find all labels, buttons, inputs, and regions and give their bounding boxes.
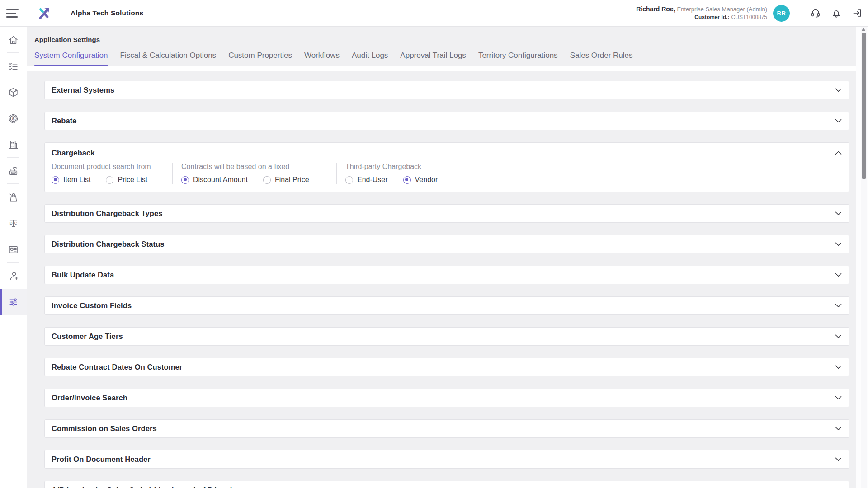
user-info[interactable]: Richard Roe,Enterprise Sales Manager (Ad… <box>636 5 767 21</box>
main-content: Application Settings System Configuratio… <box>27 27 856 488</box>
sidebar-item-companies[interactable] <box>0 131 27 158</box>
panel-header[interactable]: Chargeback <box>52 149 842 157</box>
accordion-panel-a-r-invoice-or-sales-order-line-items-in-ap-invoice[interactable]: A/R Invoice (or Sales Order) Line Items … <box>44 481 849 488</box>
vertical-scrollbar[interactable] <box>861 26 867 488</box>
panel-title: Commission on Sales Orders <box>52 424 157 433</box>
panel-title: Chargeback <box>52 149 94 157</box>
customer-id-value: CUST1000875 <box>731 14 767 20</box>
accordion-panel-invoice-custom-fields[interactable]: Invoice Custom Fields <box>44 296 849 315</box>
package-icon <box>8 87 19 98</box>
chevron-down-icon[interactable] <box>835 457 842 461</box>
radio-option-end-user[interactable]: End-User <box>345 176 388 184</box>
tab-audit-logs[interactable]: Audit Logs <box>352 51 388 66</box>
accordion-panel-order-invoice-search[interactable]: Order/Invoice Search <box>44 389 849 407</box>
radio-selected-icon[interactable] <box>403 176 411 184</box>
customer-id-label: Customer Id.: <box>694 14 729 20</box>
tab-system-configuration[interactable]: System Configuration <box>34 51 108 66</box>
radio-options-row: Item ListPrice List <box>52 176 172 184</box>
svg-text:C: C <box>14 221 17 225</box>
user-name: Richard Roe, <box>636 5 675 13</box>
accordion-panel-distribution-chargeback-types[interactable]: Distribution Chargeback Types <box>44 204 849 223</box>
chevron-down-icon[interactable] <box>835 304 842 308</box>
radio-group-2: Contracts will be based on a fixedDiscou… <box>181 163 336 184</box>
radio-group-label: Third-party Chargeback <box>345 163 842 171</box>
sidebar-item-add-user[interactable] <box>0 263 27 289</box>
accordion-list: External SystemsRebateChargebackDocument… <box>44 81 849 488</box>
radio-selected-icon[interactable] <box>181 176 189 184</box>
chevron-down-icon[interactable] <box>835 365 842 369</box>
accordion-panel-commission-on-sales-orders[interactable]: Commission on Sales Orders <box>44 419 849 438</box>
svg-text:$: $ <box>12 116 15 121</box>
accordion-panel-chargeback[interactable]: ChargebackDocument product search fromIt… <box>44 142 849 192</box>
tab-territory-configurations[interactable]: Territory Configurations <box>478 51 558 66</box>
notifications-bell-icon[interactable] <box>831 8 842 19</box>
scrollbar-thumb[interactable] <box>862 33 866 179</box>
tab-approval-trail-logs[interactable]: Approval Trail Logs <box>400 51 466 66</box>
sidebar-item-reports[interactable] <box>0 236 27 263</box>
sidebar-item-pricing[interactable]: $ <box>0 105 27 131</box>
radio-option-price-list[interactable]: Price List <box>106 176 147 184</box>
panel-title: Invoice Custom Fields <box>52 301 132 310</box>
sidebar-item-settings[interactable] <box>0 289 27 315</box>
group-divider <box>172 163 173 184</box>
radio-option-item-list[interactable]: Item List <box>52 176 90 184</box>
radio-unselected-icon[interactable] <box>345 176 353 184</box>
accordion-panel-customer-age-tiers[interactable]: Customer Age Tiers <box>44 327 849 346</box>
accordion-panel-bulk-update-data[interactable]: Bulk Update Data <box>44 266 849 284</box>
radio-selected-icon[interactable] <box>52 176 59 184</box>
accordion-panel-external-systems[interactable]: External Systems <box>44 81 849 99</box>
tab-sales-order-rules[interactable]: Sales Order Rules <box>570 51 633 66</box>
app-logo[interactable] <box>27 0 61 26</box>
sidebar-item-products[interactable] <box>0 79 27 105</box>
chevron-down-icon[interactable] <box>835 211 842 216</box>
avatar[interactable]: RR <box>773 5 790 22</box>
radio-unselected-icon[interactable] <box>106 176 113 184</box>
logout-icon[interactable] <box>852 8 863 19</box>
chevron-down-icon[interactable] <box>835 427 842 431</box>
tab-fiscal-calculation-options[interactable]: Fiscal & Calculation Options <box>120 51 217 66</box>
radio-options-row: End-UserVendor <box>345 176 842 184</box>
checklist-icon <box>8 61 19 72</box>
chevron-down-icon[interactable] <box>835 242 842 246</box>
app-title: Alpha Tech Solutions <box>71 9 143 17</box>
sidebar-item-tasks[interactable] <box>0 53 27 79</box>
chevron-down-icon[interactable] <box>835 273 842 277</box>
chevron-down-icon[interactable] <box>835 396 842 400</box>
chevron-down-icon[interactable] <box>835 119 842 123</box>
sidebar-item-home[interactable] <box>0 27 27 53</box>
sidebar-item-sales[interactable] <box>0 158 27 184</box>
support-headset-icon[interactable] <box>810 8 821 19</box>
top-header: Alpha Tech Solutions Richard Roe,Enterpr… <box>0 0 868 27</box>
chevron-up-icon[interactable] <box>835 151 842 155</box>
user-plus-icon <box>8 270 19 282</box>
accordion-panel-rebate-contract-dates-on-customer[interactable]: Rebate Contract Dates On Customer <box>44 358 849 376</box>
sidebar-item-purchases[interactable] <box>0 184 27 210</box>
radio-group-label: Document product search from <box>52 163 172 171</box>
sidebar-item-accounting[interactable]: DC <box>0 210 27 236</box>
chevron-down-icon[interactable] <box>835 334 842 338</box>
radio-option-label: Vendor <box>415 176 438 184</box>
radio-group-1: Document product search fromItem ListPri… <box>52 163 172 184</box>
radio-options-row: Discount AmountFinal Price <box>181 176 336 184</box>
sliders-icon <box>8 296 19 308</box>
chevron-down-icon[interactable] <box>835 88 842 92</box>
group-divider <box>336 163 337 184</box>
scroll-up-arrow-icon[interactable] <box>862 28 865 31</box>
tab-workflows[interactable]: Workflows <box>304 51 340 66</box>
accordion-panel-distribution-chargeback-status[interactable]: Distribution Chargeback Status <box>44 235 849 253</box>
tab-custom-properties[interactable]: Custom Properties <box>228 51 292 66</box>
radio-option-vendor[interactable]: Vendor <box>403 176 438 184</box>
radio-option-label: Discount Amount <box>193 176 248 184</box>
panel-title: Order/Invoice Search <box>52 394 127 402</box>
cash-register-icon <box>8 165 19 177</box>
radio-option-label: End-User <box>357 176 388 184</box>
radio-option-final-price[interactable]: Final Price <box>263 176 309 184</box>
accordion-panel-profit-on-document-header[interactable]: Profit On Document Header <box>44 450 849 469</box>
hamburger-menu-icon[interactable] <box>0 0 27 26</box>
panel-title: Distribution Chargeback Types <box>52 209 163 218</box>
radio-option-label: Final Price <box>275 176 309 184</box>
radio-option-discount-amount[interactable]: Discount Amount <box>181 176 248 184</box>
radio-unselected-icon[interactable] <box>263 176 271 184</box>
left-sidebar: $DC <box>0 27 27 488</box>
accordion-panel-rebate[interactable]: Rebate <box>44 112 849 130</box>
